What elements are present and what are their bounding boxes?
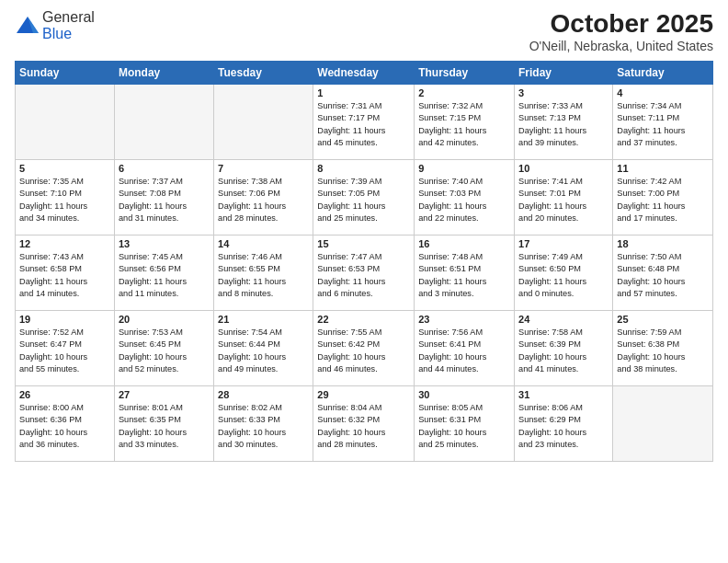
- day-info: Sunrise: 8:04 AM Sunset: 6:32 PM Dayligh…: [317, 402, 410, 451]
- day-number: 6: [119, 163, 210, 174]
- day-cell: 30Sunrise: 8:05 AM Sunset: 6:31 PM Dayli…: [415, 386, 515, 462]
- day-cell: 10Sunrise: 7:41 AM Sunset: 7:01 PM Dayli…: [515, 160, 613, 236]
- day-number: 3: [518, 87, 609, 98]
- weekday-header-tuesday: Tuesday: [214, 62, 313, 85]
- day-info: Sunrise: 7:46 AM Sunset: 6:55 PM Dayligh…: [218, 251, 309, 300]
- day-cell: 14Sunrise: 7:46 AM Sunset: 6:55 PM Dayli…: [214, 236, 313, 311]
- day-cell: 29Sunrise: 8:04 AM Sunset: 6:32 PM Dayli…: [313, 386, 415, 462]
- day-number: 30: [418, 389, 510, 400]
- day-info: Sunrise: 7:59 AM Sunset: 6:38 PM Dayligh…: [617, 327, 709, 375]
- day-cell: 24Sunrise: 7:58 AM Sunset: 6:39 PM Dayli…: [515, 311, 613, 386]
- logo-blue: Blue: [42, 26, 95, 42]
- week-row-1: 1Sunrise: 7:31 AM Sunset: 7:17 PM Daylig…: [16, 85, 713, 160]
- day-cell: 4Sunrise: 7:34 AM Sunset: 7:11 PM Daylig…: [613, 85, 713, 160]
- day-number: 16: [418, 238, 510, 249]
- day-cell: 25Sunrise: 7:59 AM Sunset: 6:38 PM Dayli…: [613, 311, 713, 386]
- day-cell: 7Sunrise: 7:38 AM Sunset: 7:06 PM Daylig…: [214, 160, 313, 236]
- day-info: Sunrise: 8:06 AM Sunset: 6:29 PM Dayligh…: [518, 402, 609, 451]
- day-info: Sunrise: 7:47 AM Sunset: 6:53 PM Dayligh…: [317, 251, 410, 300]
- day-info: Sunrise: 8:01 AM Sunset: 6:35 PM Dayligh…: [119, 402, 210, 451]
- day-info: Sunrise: 8:00 AM Sunset: 6:36 PM Dayligh…: [19, 402, 110, 451]
- day-info: Sunrise: 7:33 AM Sunset: 7:13 PM Dayligh…: [518, 100, 609, 149]
- weekday-header-row: SundayMondayTuesdayWednesdayThursdayFrid…: [16, 62, 713, 85]
- day-number: 20: [119, 314, 210, 325]
- day-cell: [16, 85, 115, 160]
- day-cell: 27Sunrise: 8:01 AM Sunset: 6:35 PM Dayli…: [114, 386, 213, 462]
- day-info: Sunrise: 7:39 AM Sunset: 7:05 PM Dayligh…: [317, 176, 410, 224]
- day-number: 25: [617, 314, 709, 325]
- day-number: 15: [317, 238, 410, 249]
- day-number: 24: [518, 314, 609, 325]
- day-number: 27: [119, 389, 210, 400]
- day-number: 26: [19, 389, 110, 400]
- day-info: Sunrise: 7:41 AM Sunset: 7:01 PM Dayligh…: [518, 176, 609, 224]
- logo: General Blue: [15, 9, 95, 42]
- day-info: Sunrise: 7:34 AM Sunset: 7:11 PM Dayligh…: [617, 100, 709, 149]
- day-info: Sunrise: 7:55 AM Sunset: 6:42 PM Dayligh…: [317, 327, 410, 375]
- day-number: 17: [518, 238, 609, 249]
- day-cell: 28Sunrise: 8:02 AM Sunset: 6:33 PM Dayli…: [214, 386, 313, 462]
- day-number: 14: [218, 238, 309, 249]
- day-cell: 21Sunrise: 7:54 AM Sunset: 6:44 PM Dayli…: [214, 311, 313, 386]
- day-info: Sunrise: 7:53 AM Sunset: 6:45 PM Dayligh…: [119, 327, 210, 375]
- weekday-header-saturday: Saturday: [613, 62, 713, 85]
- day-info: Sunrise: 7:58 AM Sunset: 6:39 PM Dayligh…: [518, 327, 609, 375]
- page: General Blue October 2025 O'Neill, Nebra…: [0, 0, 728, 563]
- day-number: 4: [617, 87, 709, 98]
- day-cell: 1Sunrise: 7:31 AM Sunset: 7:17 PM Daylig…: [313, 85, 415, 160]
- day-cell: 19Sunrise: 7:52 AM Sunset: 6:47 PM Dayli…: [16, 311, 115, 386]
- day-cell: 8Sunrise: 7:39 AM Sunset: 7:05 PM Daylig…: [313, 160, 415, 236]
- day-info: Sunrise: 8:02 AM Sunset: 6:33 PM Dayligh…: [218, 402, 309, 451]
- day-cell: [214, 85, 313, 160]
- day-cell: 16Sunrise: 7:48 AM Sunset: 6:51 PM Dayli…: [415, 236, 515, 311]
- day-info: Sunrise: 7:45 AM Sunset: 6:56 PM Dayligh…: [119, 251, 210, 300]
- day-cell: 26Sunrise: 8:00 AM Sunset: 6:36 PM Dayli…: [16, 386, 115, 462]
- day-number: 28: [218, 389, 309, 400]
- day-info: Sunrise: 7:37 AM Sunset: 7:08 PM Dayligh…: [119, 176, 210, 224]
- day-cell: 3Sunrise: 7:33 AM Sunset: 7:13 PM Daylig…: [515, 85, 613, 160]
- day-number: 22: [317, 314, 410, 325]
- day-info: Sunrise: 7:40 AM Sunset: 7:03 PM Dayligh…: [418, 176, 510, 224]
- week-row-2: 5Sunrise: 7:35 AM Sunset: 7:10 PM Daylig…: [16, 160, 713, 236]
- day-number: 13: [119, 238, 210, 249]
- week-row-4: 19Sunrise: 7:52 AM Sunset: 6:47 PM Dayli…: [16, 311, 713, 386]
- day-number: 5: [19, 163, 110, 174]
- day-cell: 22Sunrise: 7:55 AM Sunset: 6:42 PM Dayli…: [313, 311, 415, 386]
- weekday-header-friday: Friday: [515, 62, 613, 85]
- day-cell: 17Sunrise: 7:49 AM Sunset: 6:50 PM Dayli…: [515, 236, 613, 311]
- logo-general: General: [42, 9, 95, 26]
- calendar-subtitle: O'Neill, Nebraska, United States: [529, 39, 713, 53]
- day-number: 7: [218, 163, 309, 174]
- day-cell: 6Sunrise: 7:37 AM Sunset: 7:08 PM Daylig…: [114, 160, 213, 236]
- day-info: Sunrise: 7:42 AM Sunset: 7:00 PM Dayligh…: [617, 176, 709, 224]
- day-cell: 15Sunrise: 7:47 AM Sunset: 6:53 PM Dayli…: [313, 236, 415, 311]
- logo-text: General Blue: [42, 9, 95, 42]
- day-number: 1: [317, 87, 410, 98]
- day-number: 19: [19, 314, 110, 325]
- day-cell: 9Sunrise: 7:40 AM Sunset: 7:03 PM Daylig…: [415, 160, 515, 236]
- day-info: Sunrise: 8:05 AM Sunset: 6:31 PM Dayligh…: [418, 402, 510, 451]
- day-cell: 31Sunrise: 8:06 AM Sunset: 6:29 PM Dayli…: [515, 386, 613, 462]
- day-info: Sunrise: 7:54 AM Sunset: 6:44 PM Dayligh…: [218, 327, 309, 375]
- day-info: Sunrise: 7:56 AM Sunset: 6:41 PM Dayligh…: [418, 327, 510, 375]
- day-info: Sunrise: 7:43 AM Sunset: 6:58 PM Dayligh…: [19, 251, 110, 300]
- day-cell: 12Sunrise: 7:43 AM Sunset: 6:58 PM Dayli…: [16, 236, 115, 311]
- day-number: 2: [418, 87, 510, 98]
- weekday-header-thursday: Thursday: [415, 62, 515, 85]
- title-block: October 2025 O'Neill, Nebraska, United S…: [529, 9, 713, 53]
- day-cell: 20Sunrise: 7:53 AM Sunset: 6:45 PM Dayli…: [114, 311, 213, 386]
- week-row-3: 12Sunrise: 7:43 AM Sunset: 6:58 PM Dayli…: [16, 236, 713, 311]
- day-info: Sunrise: 7:49 AM Sunset: 6:50 PM Dayligh…: [518, 251, 609, 300]
- day-cell: 2Sunrise: 7:32 AM Sunset: 7:15 PM Daylig…: [415, 85, 515, 160]
- day-number: 18: [617, 238, 709, 249]
- calendar-table: SundayMondayTuesdayWednesdayThursdayFrid…: [15, 61, 713, 462]
- day-number: 23: [418, 314, 510, 325]
- day-number: 11: [617, 163, 709, 174]
- day-cell: 18Sunrise: 7:50 AM Sunset: 6:48 PM Dayli…: [613, 236, 713, 311]
- day-info: Sunrise: 7:38 AM Sunset: 7:06 PM Dayligh…: [218, 176, 309, 224]
- day-cell: [613, 386, 713, 462]
- day-info: Sunrise: 7:52 AM Sunset: 6:47 PM Dayligh…: [19, 327, 110, 375]
- calendar-title: October 2025: [529, 9, 713, 39]
- day-number: 9: [418, 163, 510, 174]
- logo-icon: [15, 13, 40, 39]
